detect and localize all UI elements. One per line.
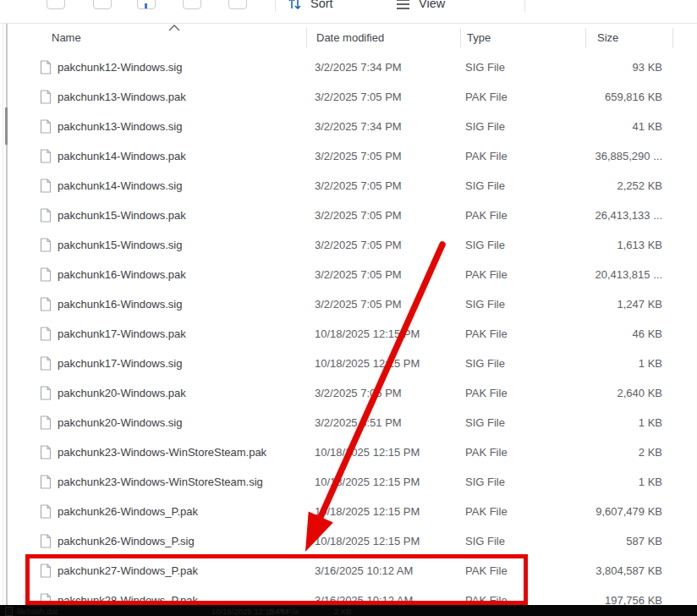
- file-row[interactable]: pakchunk26-Windows_P.sig 10/18/2025 12:1…: [0, 526, 697, 556]
- rename-icon[interactable]: [183, 0, 201, 9]
- file-name[interactable]: pakchunk26-Windows_P.sig: [58, 535, 195, 547]
- file-name[interactable]: pakchunk15-Windows.pak: [58, 209, 186, 222]
- cut-icon[interactable]: [47, 0, 65, 9]
- file-icon: [40, 327, 52, 344]
- file-name[interactable]: pakchunk16-Windows.pak: [58, 268, 186, 281]
- file-row[interactable]: pakchunk26-Windows_P.pak 10/18/2025 12:1…: [0, 497, 697, 526]
- column-header-row: Name Date modified Type Size: [0, 24, 697, 52]
- view-button-label: View: [419, 0, 445, 10]
- file-icon: [40, 297, 52, 315]
- column-header-name[interactable]: Name: [52, 31, 81, 44]
- file-type: SIG File: [465, 61, 505, 74]
- file-size: 659,816 KB: [510, 91, 662, 103]
- file-date-modified: 3/2/2025 8:51 PM: [315, 416, 402, 429]
- file-type: SIG File: [465, 298, 505, 311]
- file-date-modified: 3/2/2025 7:34 PM: [315, 120, 402, 133]
- file-icon: [40, 179, 52, 196]
- file-name[interactable]: pakchunk17-Windows.pak: [58, 327, 186, 340]
- file-type: PAK File: [465, 446, 508, 459]
- column-resize-handle[interactable]: [306, 28, 307, 48]
- file-icon: [40, 208, 52, 226]
- sort-button[interactable]: Sort: [288, 0, 333, 24]
- column-header-date-modified[interactable]: Date modified: [316, 31, 384, 44]
- file-row[interactable]: pakchunk12-Windows.sig 3/2/2025 7:34 PM …: [0, 52, 697, 82]
- file-icon: [40, 238, 52, 256]
- column-resize-handle[interactable]: [460, 28, 461, 48]
- file-row[interactable]: pakchunk17-Windows.sig 10/18/2025 12:15 …: [0, 349, 697, 378]
- file-type: SIG File: [465, 179, 505, 192]
- file-row[interactable]: pakchunk16-Windows.pak 3/2/2025 7:05 PM …: [0, 260, 697, 289]
- file-size: 1,247 KB: [510, 298, 662, 311]
- column-header-size[interactable]: Size: [597, 31, 618, 44]
- sort-ascending-indicator: [167, 24, 181, 31]
- share-icon[interactable]: [228, 0, 247, 9]
- file-icon: [40, 149, 52, 167]
- file-date-modified: 3/2/2025 7:34 PM: [315, 61, 402, 74]
- file-type: PAK File: [465, 387, 508, 399]
- file-date-modified: 3/2/2025 7:05 PM: [315, 239, 402, 251]
- file-row[interactable]: pakchunk23-Windows-WinStoreSteam.pak 10/…: [0, 437, 697, 467]
- file-type: SIG File: [465, 535, 505, 547]
- file-row[interactable]: pakchunk14-Windows.sig 3/2/2025 7:05 PM …: [0, 171, 697, 201]
- file-icon: [40, 119, 52, 137]
- file-name[interactable]: pakchunk14-Windows.pak: [58, 150, 186, 162]
- file-name[interactable]: pakchunk13-Windows.sig: [58, 120, 182, 133]
- file-name[interactable]: pakchunk26-Windows_P.pak: [58, 505, 198, 518]
- toolbar-divider: [275, 0, 276, 12]
- file-icon: [40, 90, 52, 107]
- file-name[interactable]: pakchunk20-Windows.sig: [58, 416, 182, 429]
- obscured-file-name: filehash.dat: [17, 607, 58, 616]
- column-resize-handle[interactable]: [585, 28, 586, 48]
- file-name[interactable]: pakchunk16-Windows.sig: [58, 298, 182, 311]
- file-date-modified: 10/18/2025 12:15 PM: [315, 446, 420, 459]
- file-date-modified: 3/2/2025 7:05 PM: [315, 387, 402, 399]
- file-name[interactable]: pakchunk20-Windows.pak: [58, 387, 186, 399]
- copy-icon[interactable]: [93, 0, 112, 9]
- file-row[interactable]: pakchunk15-Windows.sig 3/2/2025 7:05 PM …: [0, 230, 697, 260]
- file-type: SIG File: [465, 476, 505, 488]
- file-icon: [40, 60, 52, 78]
- file-row[interactable]: pakchunk17-Windows.pak 10/18/2025 12:15 …: [0, 319, 697, 349]
- file-name[interactable]: pakchunk17-Windows.sig: [58, 357, 182, 370]
- file-name[interactable]: pakchunk27-Windows_P.pak: [58, 564, 198, 577]
- file-type: SIG File: [465, 120, 505, 133]
- file-row[interactable]: pakchunk13-Windows.sig 3/2/2025 7:34 PM …: [0, 112, 697, 141]
- file-row[interactable]: pakchunk13-Windows.pak 3/2/2025 7:05 PM …: [0, 82, 697, 112]
- file-name[interactable]: pakchunk12-Windows.sig: [58, 61, 182, 74]
- bottom-black-bar: filehash.dat 10/18/2025 12:15 PM DAT Fil…: [0, 605, 697, 616]
- file-icon: [40, 564, 52, 581]
- file-row[interactable]: pakchunk15-Windows.pak 3/2/2025 7:05 PM …: [0, 201, 697, 230]
- file-row[interactable]: pakchunk20-Windows.pak 3/2/2025 7:05 PM …: [0, 378, 697, 408]
- file-type: PAK File: [465, 91, 508, 103]
- column-header-type[interactable]: Type: [467, 31, 491, 44]
- file-size: 1 KB: [510, 476, 662, 488]
- file-row[interactable]: pakchunk14-Windows.pak 3/2/2025 7:05 PM …: [0, 141, 697, 171]
- file-type: PAK File: [465, 209, 508, 222]
- file-name[interactable]: pakchunk13-Windows.pak: [58, 91, 186, 103]
- file-name[interactable]: pakchunk23-Windows-WinStoreSteam.pak: [58, 446, 266, 459]
- view-list-icon: [396, 0, 410, 9]
- file-type: SIG File: [465, 239, 505, 251]
- file-size: 36,885,290 ...: [510, 150, 662, 162]
- file-icon: [40, 475, 52, 492]
- obscured-file-size: 2 KB: [334, 607, 352, 616]
- file-name[interactable]: pakchunk23-Windows-WinStoreSteam.sig: [58, 476, 263, 488]
- view-button[interactable]: View: [396, 0, 445, 24]
- file-row[interactable]: pakchunk27-Windows_P.pak 3/16/2025 10:12…: [0, 556, 697, 586]
- toolbar-divider: [524, 0, 525, 12]
- column-resize-handle[interactable]: [672, 28, 673, 48]
- file-row[interactable]: pakchunk16-Windows.sig 3/2/2025 7:05 PM …: [0, 289, 697, 319]
- file-type: PAK File: [465, 268, 508, 281]
- file-icon: [40, 415, 52, 433]
- file-date-modified: 10/18/2025 12:15 PM: [315, 505, 420, 518]
- file-size: 93 KB: [510, 61, 662, 74]
- paste-icon[interactable]: [137, 0, 156, 9]
- file-icon: [40, 386, 52, 404]
- file-row[interactable]: pakchunk20-Windows.sig 3/2/2025 8:51 PM …: [0, 408, 697, 437]
- file-date-modified: 3/2/2025 7:05 PM: [315, 209, 402, 222]
- file-name[interactable]: pakchunk15-Windows.sig: [58, 239, 182, 251]
- file-size: 587 KB: [510, 535, 662, 547]
- file-name[interactable]: pakchunk14-Windows.sig: [58, 179, 182, 192]
- file-row[interactable]: pakchunk23-Windows-WinStoreSteam.sig 10/…: [0, 467, 697, 497]
- file-size: 41 KB: [510, 120, 662, 133]
